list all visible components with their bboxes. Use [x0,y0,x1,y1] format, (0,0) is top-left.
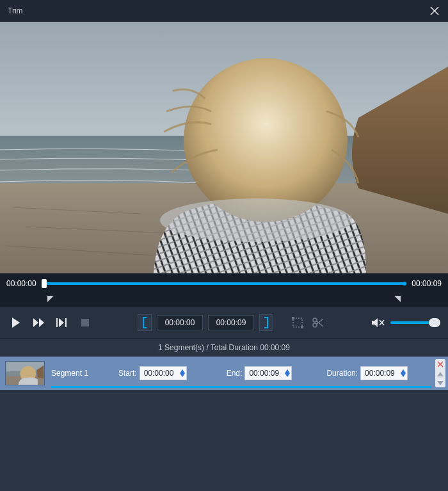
start-time-field[interactable]: 00:00:00 [157,315,203,330]
crop-tool-button[interactable] [290,315,305,330]
current-time: 00:00:00 [6,279,36,288]
segment-row[interactable]: Segment 1 Start: 00:00:00 End: 00:00:09 … [0,357,448,390]
svg-rect-17 [81,319,89,326]
segment-start-input[interactable]: 00:00:00 [140,366,187,380]
window-title: Trim [8,6,23,15]
chevron-down-icon [285,373,290,377]
svg-marker-13 [39,318,44,327]
stop-button[interactable] [78,316,92,330]
range-bar [0,294,448,307]
preview-scene [0,22,448,273]
segment-name: Segment 1 [51,369,118,378]
mute-button[interactable] [371,316,385,330]
segment-start-stepper[interactable] [180,369,185,377]
svg-point-21 [313,318,317,322]
svg-rect-20 [301,326,303,328]
range-end-marker[interactable] [394,296,401,302]
segment-start-label: Start: [118,369,137,378]
svg-rect-16 [65,318,67,327]
segment-range-bar [51,386,431,388]
close-button[interactable] [429,5,440,17]
svg-marker-33 [180,373,185,377]
segment-end-stepper[interactable] [285,369,290,377]
svg-rect-14 [56,318,58,327]
set-end-bracket-button[interactable] [259,314,273,331]
chevron-down-icon [401,373,406,377]
svg-marker-40 [437,372,444,376]
segment-thumbnail [5,361,45,385]
play-icon [12,318,20,328]
move-up-button[interactable] [437,372,444,376]
fast-forward-button[interactable] [32,316,46,330]
bottom-region [0,390,448,485]
svg-marker-35 [285,373,290,377]
split-tool-button[interactable] [310,315,326,330]
next-frame-icon [56,318,68,327]
svg-marker-41 [437,381,444,385]
bracket-right-icon [263,317,269,328]
segment-side-tools [435,359,445,387]
svg-marker-12 [33,318,38,327]
svg-point-22 [313,323,317,327]
segment-duration-input[interactable]: 00:00:09 [360,366,408,380]
segment-start-value: 00:00:00 [144,369,174,378]
video-preview[interactable] [0,22,448,273]
volume-mute-icon [372,318,385,328]
move-down-button[interactable] [437,381,444,385]
segment-duration-value: 00:00:09 [365,369,395,378]
title-bar: Trim [0,0,448,22]
segment-end-value: 00:00:09 [249,369,279,378]
segments-summary: 1 Segment(s) / Total Duration 00:00:09 [0,339,448,357]
stop-icon [81,319,89,326]
bracket-left-icon [141,317,148,328]
fast-forward-icon [33,318,45,327]
segment-duration-label: Duration: [326,369,358,378]
volume-slider[interactable] [390,321,439,324]
chevron-down-icon [180,373,185,377]
set-start-bracket-button[interactable] [138,314,152,331]
segments-summary-text: 1 Segment(s) / Total Duration 00:00:09 [158,343,290,352]
segment-duration-stepper[interactable] [401,369,406,377]
segment-end-label: End: [227,369,243,378]
seek-end-dot [403,282,406,286]
svg-marker-11 [12,318,20,328]
svg-point-10 [160,198,352,242]
delete-segment-button[interactable] [437,361,444,367]
svg-rect-19 [292,317,294,319]
segment-end-input[interactable]: 00:00:09 [244,366,292,380]
svg-point-9 [184,58,348,222]
end-time-field[interactable]: 00:00:09 [208,315,254,330]
playback-controls: 00:00:00 00:00:09 [0,307,448,339]
close-icon [430,6,439,15]
svg-rect-18 [293,318,302,327]
total-time: 00:00:09 [412,279,442,288]
seek-handle[interactable] [42,279,47,288]
crop-icon [291,316,304,329]
svg-marker-25 [372,318,378,327]
range-start-marker[interactable] [47,296,54,302]
next-frame-button[interactable] [55,316,69,330]
time-bar: 00:00:00 00:00:09 [0,273,448,294]
svg-marker-15 [59,318,64,327]
scissors-icon [312,316,324,329]
svg-marker-37 [401,373,406,377]
volume-handle[interactable] [429,318,440,327]
seek-track[interactable] [42,278,407,289]
play-button[interactable] [9,316,23,330]
